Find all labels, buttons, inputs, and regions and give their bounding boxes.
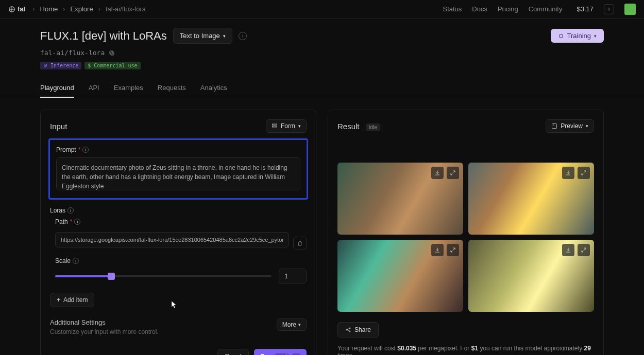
svg-point-10 (349, 331, 350, 332)
training-label: Training (567, 32, 591, 40)
chevron-down-icon: ▾ (594, 33, 597, 39)
chevron-right-icon: › (32, 5, 35, 13)
nav-status[interactable]: Status (443, 5, 462, 13)
svg-rect-4 (273, 124, 277, 125)
chevron-right-icon: › (63, 5, 65, 13)
info-icon[interactable]: i (74, 219, 80, 225)
svg-point-9 (349, 328, 350, 329)
nav-pricing[interactable]: Pricing (498, 5, 518, 13)
topbar-right: Status Docs Pricing Community $3.17 + (443, 4, 636, 15)
run-button[interactable]: Run cmd ↵ (254, 349, 307, 355)
main: Input Form ▾ Prompt* i Loras i Path* (0, 98, 644, 355)
expand-icon (450, 170, 456, 176)
download-button[interactable] (562, 244, 574, 256)
form-icon (272, 123, 278, 129)
tab-requests[interactable]: Requests (158, 79, 186, 98)
training-button[interactable]: Training ▾ (551, 29, 604, 43)
avatar[interactable] (624, 4, 636, 15)
expand-button[interactable] (578, 244, 590, 256)
add-item-button[interactable]: + Add item (50, 293, 94, 307)
input-title: Input (50, 122, 67, 131)
info-icon[interactable]: i (82, 147, 89, 153)
download-icon (565, 170, 571, 176)
slider-thumb[interactable] (108, 273, 115, 280)
prompt-input[interactable] (56, 157, 300, 190)
scale-slider[interactable] (55, 275, 272, 277)
form-label: Form (281, 122, 295, 130)
reset-button[interactable]: Reset (217, 349, 249, 355)
chevron-down-icon: ▾ (223, 33, 226, 39)
logo[interactable]: fal (8, 5, 25, 13)
cost-info: Your request will cost $0.035 per megapi… (337, 345, 594, 355)
expand-button[interactable] (578, 167, 590, 179)
mode-select[interactable]: Text to Image ▾ (173, 28, 232, 44)
share-label: Share (354, 326, 371, 333)
copy-icon[interactable] (109, 50, 115, 56)
breadcrumb-current: fal-ai/flux-lora (106, 5, 146, 13)
model-id: fal-ai/flux-lora (40, 49, 105, 57)
chevron-down-icon: ▾ (586, 123, 588, 129)
tabs: Playground API Examples Requests Analyti… (0, 79, 644, 98)
result-image[interactable] (337, 240, 463, 312)
expand-button[interactable] (447, 167, 459, 179)
tab-api[interactable]: API (89, 79, 99, 98)
download-icon (434, 170, 440, 176)
info-icon[interactable]: i (73, 258, 79, 264)
share-button[interactable]: Share (337, 322, 379, 338)
svg-rect-3 (110, 51, 113, 54)
preview-select[interactable]: Preview ▾ (546, 119, 594, 133)
run-label: Run (260, 353, 272, 355)
scale-value[interactable]: 1 (279, 269, 307, 283)
more-button[interactable]: More ▾ (277, 318, 307, 331)
additional-sub: Customize your input with more control. (50, 328, 159, 335)
info-icon[interactable]: i (67, 207, 74, 214)
svg-rect-6 (552, 124, 557, 129)
delete-lora-button[interactable] (293, 237, 307, 250)
result-panel: Result Idle Preview ▾ (328, 110, 604, 355)
mode-label: Text to Image (180, 32, 220, 40)
badge-commercial: $ Commercial use (84, 62, 140, 69)
trash-icon (297, 240, 303, 246)
topbar: fal › Home › Explore › fal-ai/flux-lora … (0, 0, 644, 19)
result-title: Result Idle (337, 122, 380, 131)
loras-label: Loras i (50, 207, 307, 214)
download-button[interactable] (431, 167, 444, 179)
nav-community[interactable]: Community (529, 5, 563, 13)
share-icon (345, 327, 351, 333)
download-button[interactable] (562, 167, 574, 179)
page-title: FLUX.1 [dev] with LoRAs (40, 29, 167, 43)
tab-analytics[interactable]: Analytics (200, 79, 227, 98)
result-image[interactable] (468, 240, 594, 312)
expand-icon (581, 247, 587, 253)
additional-label: Additional Settings (50, 318, 159, 326)
svg-point-8 (346, 329, 347, 330)
breadcrumb-explore[interactable]: Explore (71, 5, 93, 13)
tab-examples[interactable]: Examples (114, 79, 143, 98)
tab-playground[interactable]: Playground (40, 79, 74, 98)
info-icon[interactable]: i (239, 32, 247, 40)
chevron-down-icon: ▾ (298, 123, 301, 129)
page-header: FLUX.1 [dev] with LoRAs Text to Image ▾ … (0, 19, 644, 69)
logo-text: fal (18, 5, 25, 13)
form-view-select[interactable]: Form ▾ (266, 119, 307, 133)
logo-icon (8, 6, 15, 13)
download-icon (434, 247, 440, 253)
expand-button[interactable] (447, 244, 459, 256)
chevron-right-icon: › (98, 5, 100, 13)
result-grid (337, 163, 594, 312)
status-badge: Idle (366, 123, 380, 131)
plus-icon: + (57, 296, 60, 304)
nav-docs[interactable]: Docs (472, 5, 487, 13)
breadcrumb-home[interactable]: Home (40, 5, 58, 13)
path-input[interactable] (55, 232, 289, 247)
svg-rect-2 (111, 52, 114, 55)
scale-label: Scale i (55, 257, 307, 264)
svg-point-7 (553, 125, 554, 126)
input-panel: Input Form ▾ Prompt* i Loras i Path* (40, 110, 316, 355)
svg-rect-1 (560, 34, 563, 38)
download-button[interactable] (431, 244, 444, 256)
result-image[interactable] (468, 163, 594, 235)
result-image[interactable] (337, 163, 463, 235)
add-credit-button[interactable]: + (604, 4, 614, 14)
image-icon (551, 123, 557, 129)
